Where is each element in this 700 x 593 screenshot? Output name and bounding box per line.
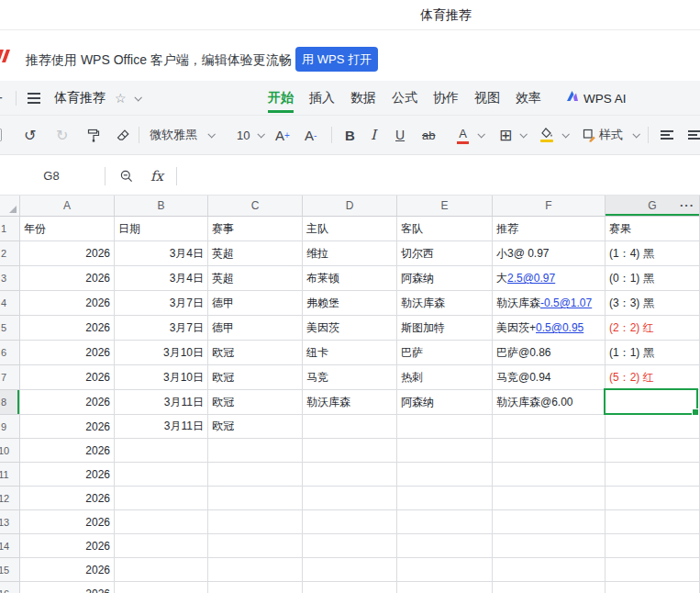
cell-F8[interactable]: 勒沃库森@6.00	[493, 390, 606, 415]
cell-E5[interactable]: 斯图加特	[397, 316, 493, 341]
tab-view[interactable]: 视图	[474, 81, 500, 116]
cell-B12[interactable]	[115, 487, 208, 510]
cell-F9[interactable]	[493, 415, 606, 439]
cell-A5[interactable]: 2026	[20, 316, 115, 341]
column-header-g[interactable]: G···	[606, 196, 700, 217]
zoom-search-icon[interactable]	[119, 155, 134, 196]
cell-G10[interactable]	[606, 439, 700, 463]
cell-D14[interactable]	[303, 534, 397, 558]
cell-C9[interactable]: 欧冠	[208, 415, 303, 439]
clear-format-eraser-button[interactable]	[117, 116, 130, 154]
cell-G5[interactable]: (2：2) 红	[606, 316, 700, 341]
tab-home[interactable]: 开始	[268, 81, 294, 116]
cell-D4[interactable]: 弗赖堡	[303, 291, 397, 316]
cell-D3[interactable]: 布莱顿	[303, 266, 397, 291]
cell-G16[interactable]	[606, 582, 700, 593]
cell-B8[interactable]: 3月11日	[115, 390, 208, 415]
cell-B2[interactable]: 3月4日	[115, 241, 208, 266]
cell-F3[interactable]: 大2.5@0.97	[493, 266, 606, 291]
cell-A7[interactable]: 2026	[20, 365, 115, 390]
cell-E8[interactable]: 阿森纳	[397, 390, 493, 415]
odds-link[interactable]: 0.5@0.95	[536, 321, 583, 334]
column-header-a[interactable]: A	[20, 196, 115, 217]
cell-A13[interactable]: 2026	[20, 510, 115, 534]
cell-G15[interactable]	[606, 558, 700, 582]
cell-C15[interactable]	[208, 558, 303, 582]
cell-D11[interactable]	[303, 463, 397, 487]
cell-A3[interactable]: 2026	[20, 266, 115, 291]
cell-B7[interactable]: 3月10日	[115, 365, 208, 390]
cell-E13[interactable]	[397, 510, 493, 534]
tab-insert[interactable]: 插入	[309, 81, 335, 116]
cell-G4[interactable]: (3：3) 黑	[606, 291, 700, 316]
cell-B15[interactable]	[115, 558, 208, 582]
cell-B9[interactable]: 3月11日	[115, 415, 208, 439]
cell-A9[interactable]: 2026	[20, 415, 115, 439]
cell-E7[interactable]: 热刺	[397, 365, 493, 390]
cell-A2[interactable]: 2026	[20, 241, 115, 266]
cell-style-chevron-icon[interactable]	[633, 116, 639, 154]
cell-E11[interactable]	[397, 463, 493, 487]
cell-G8[interactable]	[606, 390, 700, 415]
cell-D6[interactable]: 纽卡	[303, 341, 397, 365]
cell-A1[interactable]: 年份	[20, 217, 115, 241]
strikethrough-button[interactable]: ab	[422, 116, 435, 154]
cell-D1[interactable]: 主队	[303, 217, 397, 241]
cell-E2[interactable]: 切尔西	[397, 241, 493, 266]
cell-E1[interactable]: 客队	[397, 217, 493, 241]
doc-menu-chevron-icon[interactable]	[135, 81, 140, 116]
cell-C10[interactable]	[208, 439, 303, 463]
cell-G3[interactable]: (0：1) 黑	[606, 266, 700, 291]
cell-C16[interactable]	[208, 582, 303, 593]
cell-C8[interactable]: 欧冠	[208, 390, 303, 415]
cell-C13[interactable]	[208, 510, 303, 534]
row-header-6[interactable]: 6	[0, 341, 20, 365]
cell-A6[interactable]: 2026	[20, 341, 115, 365]
cell-B16[interactable]	[115, 582, 208, 593]
cell-A12[interactable]: 2026	[20, 487, 115, 510]
row-header-12[interactable]: 12	[0, 487, 20, 510]
cell-F1[interactable]: 推荐	[493, 217, 606, 241]
cell-B5[interactable]: 3月7日	[115, 316, 208, 341]
column-header-b[interactable]: B	[115, 196, 208, 217]
font-size-select[interactable]: 10	[237, 116, 250, 154]
cell-C2[interactable]: 英超	[208, 241, 303, 266]
row-header-8[interactable]: 8	[0, 390, 20, 415]
fill-color-button[interactable]	[540, 116, 553, 154]
row-header-10[interactable]: 10	[0, 439, 20, 463]
cell-B14[interactable]	[115, 534, 208, 558]
cell-G2[interactable]: (1：4) 黑	[606, 241, 700, 266]
cell-D10[interactable]	[303, 439, 397, 463]
font-size-chevron-icon[interactable]	[258, 116, 263, 154]
row-header-2[interactable]: 2	[0, 241, 20, 266]
align-center-button[interactable]	[688, 116, 700, 154]
cell-G14[interactable]	[606, 534, 700, 558]
borders-chevron-icon[interactable]	[520, 116, 526, 154]
cell-B1[interactable]: 日期	[115, 217, 208, 241]
cell-B10[interactable]	[115, 439, 208, 463]
row-header-4[interactable]: 4	[0, 291, 20, 316]
column-header-d[interactable]: D	[303, 196, 397, 217]
cell-A14[interactable]: 2026	[20, 534, 115, 558]
cell-F13[interactable]	[493, 510, 606, 534]
increase-font-button[interactable]: A+	[275, 116, 290, 154]
cell-E15[interactable]	[397, 558, 493, 582]
font-color-chevron-icon[interactable]	[478, 116, 483, 154]
open-in-wps-button[interactable]: 用 WPS 打开	[295, 47, 378, 72]
cell-G13[interactable]	[606, 510, 700, 534]
row-header-9[interactable]: 9	[0, 415, 20, 439]
name-box[interactable]: G8	[0, 155, 103, 196]
cell-D2[interactable]: 维拉	[303, 241, 397, 266]
cell-F2[interactable]: 小3@ 0.97	[493, 241, 606, 266]
cell-A15[interactable]: 2026	[20, 558, 115, 582]
cell-B11[interactable]	[115, 463, 208, 487]
cell-style-button[interactable]: 样式	[599, 116, 623, 154]
cell-F12[interactable]	[493, 487, 606, 510]
cell-D8[interactable]: 勒沃库森	[303, 390, 397, 415]
cell-G9[interactable]	[606, 415, 700, 439]
tab-collaborate[interactable]: 协作	[433, 81, 459, 116]
row-header-11[interactable]: 11	[0, 463, 20, 487]
row-header-3[interactable]: 3	[0, 266, 20, 291]
cell-B3[interactable]: 3月4日	[115, 266, 208, 291]
row-header-16[interactable]: 16	[0, 582, 20, 593]
